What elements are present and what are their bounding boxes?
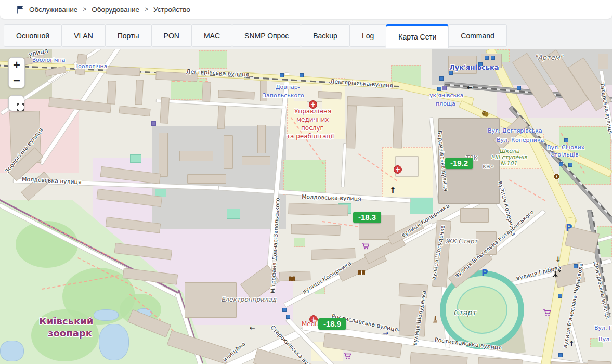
tab-ports[interactable]: Порты <box>105 24 152 47</box>
map-area-pitch <box>227 209 240 219</box>
map-stadium-field <box>457 286 507 334</box>
map-area-park <box>294 238 305 247</box>
transit-stop-icon <box>280 73 284 77</box>
map-building <box>587 360 611 364</box>
tab-mac[interactable]: MAC <box>191 24 232 47</box>
map-building <box>159 133 168 177</box>
transit-stop-icon <box>282 308 287 312</box>
hospital-cross-icon: + <box>309 100 317 109</box>
arrow-left-icon: ← <box>467 84 473 92</box>
map-building <box>202 82 211 102</box>
breadcrumb-separator: > <box>83 6 86 13</box>
metro-entrance-icon <box>151 121 156 126</box>
breadcrumb-separator: > <box>145 6 148 13</box>
map-building <box>311 248 356 260</box>
map-area-park <box>283 160 326 195</box>
transit-stop-icon <box>478 62 483 67</box>
map-area-pitch <box>410 198 433 214</box>
breadcrumb: Обслуживание > Оборудование > Устройство <box>0 0 612 19</box>
map-building <box>119 106 150 116</box>
map-path <box>509 179 545 201</box>
map-building <box>399 304 426 337</box>
map-building <box>318 91 342 99</box>
map-building <box>21 172 51 201</box>
hospital-cross-icon: + <box>309 315 318 323</box>
parking-icon: P <box>481 268 488 278</box>
transit-stop-icon <box>286 315 290 319</box>
map-pond <box>99 324 129 360</box>
map-area-park <box>199 50 227 69</box>
transit-stop-icon <box>300 73 304 77</box>
hospital-cross-icon: + <box>394 165 402 174</box>
tab-main[interactable]: Основной <box>4 24 62 47</box>
map-area-pitch <box>130 154 141 163</box>
fullscreen-button[interactable] <box>8 95 24 111</box>
map-building <box>185 282 237 318</box>
transit-stop-icon <box>437 87 441 91</box>
map-building <box>155 71 198 82</box>
tab-network-map[interactable]: Карта Сети <box>386 24 449 48</box>
map-building <box>253 348 315 364</box>
map-building <box>217 106 226 129</box>
map-pond <box>0 341 24 361</box>
map-building <box>160 97 170 124</box>
map-zoom-control: + − <box>8 57 25 88</box>
map-building <box>410 352 468 364</box>
map-building <box>291 224 341 236</box>
map-building <box>598 54 608 69</box>
map-label: площа <box>436 100 455 107</box>
map-road <box>341 143 347 187</box>
zoom-in-button[interactable]: + <box>9 58 24 73</box>
device-tabs: Основной VLAN Порты PON MAC SNMP Опрос B… <box>4 24 507 48</box>
arrow-right-blue-icon: → <box>383 329 388 337</box>
transit-stop-icon <box>568 163 572 167</box>
transit-stop-icon <box>558 353 563 357</box>
map-zoo-lawn <box>31 309 99 361</box>
parking-icon: P <box>566 223 572 233</box>
signal-badge[interactable]: -18.9 <box>318 318 346 330</box>
arrow-left-blue-icon: ← <box>394 326 400 334</box>
map-building <box>106 66 140 76</box>
metro-entrance-icon <box>442 86 447 90</box>
arrow-up-icon: ↑ <box>569 340 575 347</box>
tab-snmp[interactable]: SNMP Опрос <box>232 24 301 47</box>
network-map[interactable]: улицяЗоологічнаЗоологічнаДегтярівська ву… <box>0 49 612 364</box>
tab-backup[interactable]: Backup <box>301 24 350 47</box>
church-cross-icon: † <box>391 186 395 194</box>
map-building <box>107 81 116 105</box>
map-pond <box>94 309 119 321</box>
breadcrumb-item-device[interactable]: Устройство <box>153 6 190 14</box>
transit-stop-icon <box>559 162 563 166</box>
arrow-right-icon: → <box>235 344 241 352</box>
transit-stop-icon <box>439 76 444 81</box>
map-building <box>288 203 348 216</box>
map-building <box>75 54 87 75</box>
tab-command[interactable]: Command <box>448 24 507 47</box>
transit-stop-icon <box>485 56 489 60</box>
map-building <box>476 231 497 255</box>
tab-log[interactable]: Log <box>349 24 386 47</box>
breadcrumb-item-equipment[interactable]: Оборудование <box>92 6 139 14</box>
breadcrumb-item-service[interactable]: Обслуживание <box>29 6 77 14</box>
transit-stop-icon <box>558 294 562 298</box>
tab-pon[interactable]: PON <box>151 24 192 47</box>
zoom-out-button[interactable]: − <box>9 73 24 88</box>
map-building <box>399 283 428 298</box>
transit-stop-icon <box>574 264 578 268</box>
signal-badge[interactable]: -19.2 <box>445 158 473 169</box>
map-building <box>393 106 403 149</box>
map-building <box>346 106 357 149</box>
map-building <box>257 125 266 153</box>
arrow-left-icon: ← <box>250 324 255 332</box>
transit-stop-icon <box>491 56 495 60</box>
map-label: Вул. По <box>594 324 612 331</box>
map-building <box>242 156 270 165</box>
signal-badge[interactable]: -18.3 <box>353 212 381 223</box>
transit-stop-icon <box>449 71 453 75</box>
flag-icon <box>17 5 24 14</box>
transit-stop-icon <box>564 138 568 142</box>
transit-stop-icon <box>517 86 521 90</box>
map-building <box>224 135 233 169</box>
tab-vlan[interactable]: VLAN <box>61 24 106 47</box>
map-area-park <box>590 338 603 347</box>
